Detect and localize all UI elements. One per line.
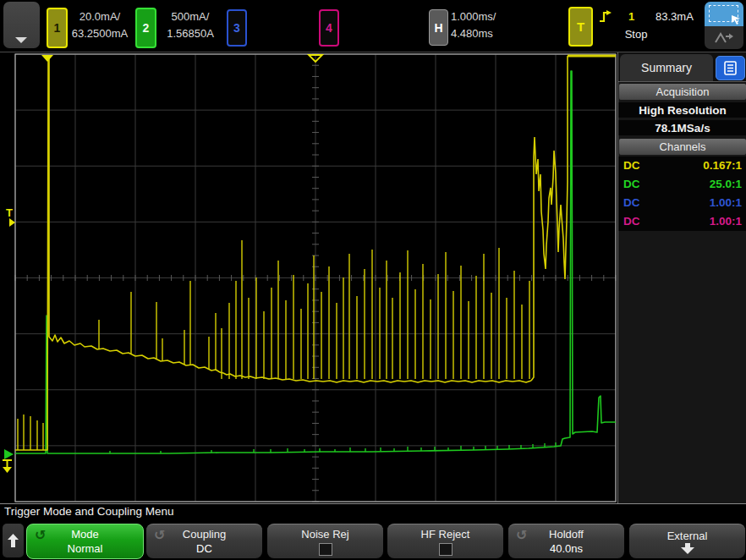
selection-rectangle-icon (705, 2, 743, 26)
softkey-external[interactable]: External (629, 524, 745, 558)
display-markers: T (3, 55, 322, 473)
probe-ratio: 0.167:1 (703, 158, 742, 173)
channel3-coupling-row: DC1.00:1 (618, 194, 746, 212)
ch1-offscreen-marker (3, 460, 12, 473)
coupling-label: DC (623, 177, 640, 192)
menu-title: Trigger Mode and Coupling Menu (0, 503, 746, 519)
touch-zone-button[interactable] (705, 2, 743, 49)
ch2-ground-marker (4, 449, 14, 459)
softkey-label: HF Reject (421, 527, 470, 541)
oscilloscope-screen: 1 20.0mA/ 63.2500mA 2 500mA/ 1.56850A 3 … (0, 0, 746, 560)
softkey-label: Holdoff (549, 527, 584, 541)
trigger-time-marker (41, 55, 53, 62)
horizontal-badge[interactable]: H (429, 9, 448, 46)
channel2-number: 2 (143, 21, 150, 35)
channel1-values: 20.0mA/ 63.2500mA (64, 8, 135, 42)
sidebar-tab-row: Summary (618, 52, 746, 82)
checkbox[interactable] (439, 543, 453, 556)
trigger-letter: T (577, 19, 584, 34)
trigger-level-marker[interactable]: T (6, 206, 15, 227)
trigger-source: 1 (628, 10, 634, 23)
back-button[interactable] (3, 2, 40, 48)
probe-ratio: 1.00:1 (710, 195, 742, 211)
channel4-badge[interactable]: 4 (319, 9, 339, 47)
trigger-badge[interactable]: T (568, 7, 593, 47)
graticule (15, 54, 616, 502)
cycle-icon: ↺ (35, 527, 46, 543)
softkey-holdoff[interactable]: ↺Holdoff40.0ns (508, 524, 624, 558)
down-arrow-icon (680, 543, 695, 554)
up-arrow-icon (8, 534, 19, 547)
acquisition-header: Acquisition (619, 84, 746, 100)
softkey-value: Normal (68, 541, 103, 556)
acquisition-mode: High Resolution (618, 102, 746, 118)
softkey-noise-rej[interactable]: Noise Rej (267, 524, 383, 558)
channel1-scale: 20.0mA/ (80, 8, 120, 25)
softkey-mode[interactable]: ↺ModeNormal (26, 524, 144, 559)
sample-rate: 78.1MSa/s (618, 120, 746, 135)
channel-coupling-list: DC0.167:1DC25.0:1DC1.00:1DC1.00:1 (618, 156, 746, 231)
waveform-plot: T (0, 52, 617, 503)
run-state: Stop (609, 28, 663, 41)
channel4-number: 4 (326, 21, 332, 35)
rising-edge-icon (599, 9, 612, 28)
graticule-area: T (0, 52, 617, 503)
menu-list-icon (724, 61, 737, 75)
probe-ratio: 25.0:1 (710, 177, 742, 192)
horizontal-letter: H (434, 21, 442, 35)
softkey-label: Mode (71, 527, 99, 541)
coupling-label: DC (623, 158, 640, 173)
waveform-search-icon (705, 26, 743, 49)
cycle-icon: ↺ (516, 527, 527, 543)
channel1-offset: 63.2500mA (72, 25, 129, 42)
checkbox[interactable] (319, 543, 332, 556)
summary-sidebar: Summary Acquisition High Resolution 78.1… (617, 52, 746, 503)
waveform-display: T Summary Acquisition High Resolution 78… (0, 52, 746, 503)
horizontal-values: 1.000ms/ 4.480ms (451, 8, 512, 42)
timebase-scale: 1.000ms/ (451, 8, 496, 25)
probe-ratio: 1.00:1 (710, 214, 742, 229)
svg-text:T: T (6, 206, 13, 219)
softkey-coupling[interactable]: ↺CouplingDC (146, 524, 262, 558)
softkey-value: 40.0ns (550, 541, 583, 556)
cycle-icon: ↺ (154, 527, 165, 543)
channel1-number: 1 (54, 21, 61, 35)
coupling-label: DC (623, 195, 640, 211)
softkey-value: DC (196, 541, 212, 556)
menu-up-button[interactable] (3, 524, 24, 557)
coupling-label: DC (623, 214, 640, 229)
channel2-scale: 500mA/ (172, 8, 210, 25)
softkey-label: External (667, 529, 708, 543)
channel2-offset: 1.56850A (167, 25, 214, 42)
softkey-bar: ↺ModeNormal↺CouplingDCNoise RejHF Reject… (0, 519, 746, 560)
timebase-delay: 4.480ms (451, 25, 493, 42)
tab-summary[interactable]: Summary (620, 54, 713, 81)
channel4-coupling-row: DC1.00:1 (618, 212, 746, 231)
top-status-bar: 1 20.0mA/ 63.2500mA 2 500mA/ 1.56850A 3 … (0, 0, 746, 52)
channels-header: Channels (619, 139, 746, 155)
softkey-label: Noise Rej (301, 527, 348, 541)
trigger-level-value: 83.3mA (655, 10, 694, 23)
softkey-hf-reject[interactable]: HF Reject (387, 524, 503, 558)
channel3-number: 3 (233, 21, 240, 35)
channel1-coupling-row: DC0.167:1 (618, 156, 746, 175)
softkey-label: Coupling (183, 527, 226, 541)
channel2-values: 500mA/ 1.56850A (154, 8, 227, 42)
channel3-badge[interactable]: 3 (227, 9, 247, 47)
dropdown-arrow-icon (15, 37, 27, 43)
channel2-coupling-row: DC25.0:1 (618, 175, 746, 194)
sidebar-menu-button[interactable] (716, 56, 745, 80)
